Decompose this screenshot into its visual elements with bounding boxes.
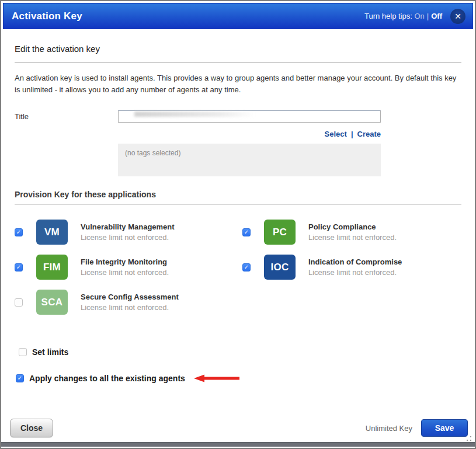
window-bottom-edge bbox=[1, 442, 475, 447]
app-text-ioc: Indication of Compromise License limit n… bbox=[308, 257, 402, 277]
apply-changes-checkbox[interactable] bbox=[16, 374, 24, 382]
selected-tags-box: (no tags selected) bbox=[118, 144, 381, 176]
activation-key-dialog: Activation Key Turn help tips: On|Off ✕ … bbox=[0, 0, 476, 449]
app-subtitle: License limit not enforced. bbox=[308, 233, 397, 242]
set-limits-checkbox[interactable] bbox=[19, 348, 27, 356]
link-separator: | bbox=[351, 130, 353, 138]
app-name: Vulnerability Management bbox=[81, 222, 175, 231]
help-tips-on-link[interactable]: On bbox=[414, 12, 424, 20]
apply-changes-label[interactable]: Apply changes to all the existing agents bbox=[29, 374, 185, 383]
close-button[interactable]: Close bbox=[10, 419, 53, 437]
app-tile-fim: FIM bbox=[36, 255, 68, 280]
page-title: Edit the activation key bbox=[15, 44, 461, 54]
app-row-pc: PC Policy Compliance License limit not e… bbox=[242, 220, 464, 245]
redacted-title-value bbox=[134, 112, 255, 117]
heading-divider bbox=[15, 62, 461, 62]
app-text-vm: Vulnerability Management License limit n… bbox=[81, 222, 175, 242]
unlimited-key-label: Unlimited Key bbox=[366, 424, 412, 433]
dialog-titlebar: Activation Key Turn help tips: On|Off ✕ bbox=[3, 3, 473, 29]
set-limits-label[interactable]: Set limits bbox=[32, 347, 68, 357]
app-checkbox-fim[interactable] bbox=[15, 263, 23, 272]
app-subtitle: License limit not enforced. bbox=[308, 268, 402, 277]
app-tile-sca: SCA bbox=[36, 290, 68, 315]
help-tips-label: Turn help tips: bbox=[364, 12, 412, 20]
app-text-pc: Policy Compliance License limit not enfo… bbox=[308, 222, 397, 242]
red-arrow-annotation-icon bbox=[193, 374, 240, 383]
applications-grid: VM Vulnerability Management License limi… bbox=[15, 220, 461, 315]
resize-grip[interactable] bbox=[467, 436, 471, 441]
key-description: An activation key is used to install age… bbox=[15, 72, 461, 96]
dialog-content: Edit the activation key An activation ke… bbox=[2, 29, 474, 383]
app-row-sca: SCA Secure Config Assessment License lim… bbox=[15, 290, 242, 315]
app-text-sca: Secure Config Assessment License limit n… bbox=[81, 293, 179, 312]
no-tags-text: (no tags selected) bbox=[125, 149, 180, 157]
app-subtitle: License limit not enforced. bbox=[81, 303, 179, 312]
app-tile-pc: PC bbox=[264, 220, 296, 245]
app-name: Secure Config Assessment bbox=[81, 293, 179, 301]
title-field-row: Title bbox=[15, 110, 461, 123]
help-tips-toggle: Turn help tips: On|Off bbox=[364, 12, 442, 20]
select-tags-link[interactable]: Select bbox=[325, 130, 347, 138]
footer-right: Unlimited Key Save bbox=[366, 419, 468, 437]
dialog-title: Activation Key bbox=[12, 11, 82, 22]
app-tile-ioc: IOC bbox=[264, 255, 296, 280]
dialog-footer: Close Unlimited Key Save bbox=[10, 419, 468, 437]
app-tile-vm: VM bbox=[36, 220, 68, 245]
app-subtitle: License limit not enforced. bbox=[81, 268, 169, 277]
save-button[interactable]: Save bbox=[421, 419, 468, 437]
tag-links-row: Select | Create bbox=[15, 130, 381, 138]
set-limits-row: Set limits bbox=[19, 347, 461, 357]
help-tips-off-link[interactable]: Off bbox=[431, 12, 442, 20]
help-tips-separator: | bbox=[427, 12, 429, 20]
app-text-fim: File Integrity Monitoring License limit … bbox=[81, 257, 169, 277]
title-label: Title bbox=[15, 110, 118, 121]
app-row-ioc: IOC Indication of Compromise License lim… bbox=[242, 255, 464, 280]
app-checkbox-vm[interactable] bbox=[15, 228, 23, 236]
apply-changes-row: Apply changes to all the existing agents bbox=[16, 374, 461, 383]
close-icon[interactable]: ✕ bbox=[450, 9, 465, 24]
section-divider bbox=[15, 204, 461, 205]
create-tag-link[interactable]: Create bbox=[357, 130, 381, 138]
app-checkbox-sca[interactable] bbox=[15, 298, 23, 307]
title-input[interactable] bbox=[118, 110, 381, 123]
app-row-fim: FIM File Integrity Monitoring License li… bbox=[15, 255, 242, 280]
provision-section-heading: Provision Key for these applications bbox=[15, 190, 461, 199]
app-checkbox-pc[interactable] bbox=[242, 228, 251, 236]
app-checkbox-ioc[interactable] bbox=[242, 263, 251, 272]
app-name: File Integrity Monitoring bbox=[81, 257, 169, 266]
app-name: Indication of Compromise bbox=[308, 257, 402, 266]
titlebar-right: Turn help tips: On|Off ✕ bbox=[364, 9, 465, 24]
app-name: Policy Compliance bbox=[308, 222, 397, 231]
app-row-vm: VM Vulnerability Management License limi… bbox=[15, 220, 242, 245]
app-subtitle: License limit not enforced. bbox=[81, 233, 175, 242]
